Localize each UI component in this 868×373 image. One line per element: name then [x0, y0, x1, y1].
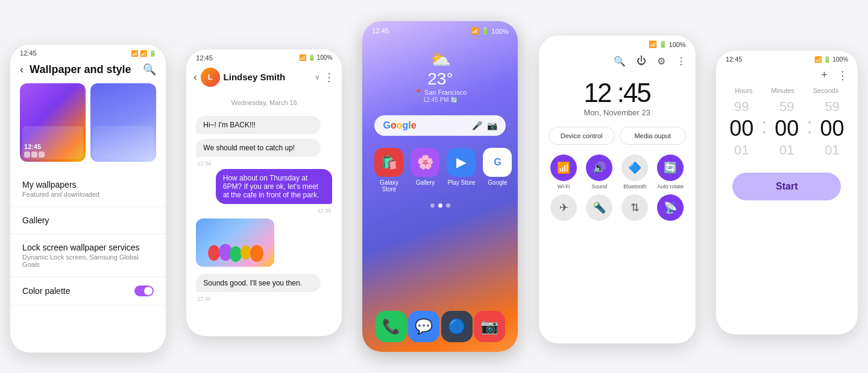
timer-header: + ⋮ — [716, 65, 858, 87]
rotate-label: Auto rotate — [657, 183, 684, 190]
minutes-col: 59 00 01 — [775, 99, 799, 158]
back-button-2[interactable]: ‹ — [193, 72, 197, 83]
signal-icon-1: 📶 — [140, 50, 147, 57]
message-header: ‹ L Lindsey Smith ∨ ⋮ — [186, 64, 342, 94]
phone-quick-settings: 📶 🔋 100% 🔍 ⏻ ⚙ ⋮ 12 :45 Mon, November 23… — [539, 36, 696, 343]
more-options-icon[interactable]: ⋮ — [324, 71, 335, 84]
google-search-bar[interactable]: Google 🎤 📷 — [374, 115, 506, 136]
back-button-1[interactable]: ‹ — [20, 63, 24, 76]
more-timer-icon[interactable]: ⋮ — [837, 69, 848, 82]
menu-item-my-wallpapers[interactable]: My wallpapers Featured and downloaded — [10, 171, 166, 207]
mini-icon-3 — [39, 151, 45, 158]
toggle-bluetooth[interactable]: 🔷 Bluetooth — [620, 155, 650, 190]
status-time-1: 12:45 — [20, 49, 37, 57]
mic-icon[interactable]: 🎤 — [472, 121, 482, 130]
msg-time-2: 12:34 — [186, 161, 342, 167]
qs-control-buttons: Device control Media ouput — [539, 120, 696, 150]
app-google[interactable]: G Google — [483, 148, 512, 193]
dock-phone[interactable]: 📞 — [376, 311, 407, 342]
app-label-galaxy-store: Galaxy Store — [374, 179, 403, 193]
color-palette-row: Color palette — [22, 285, 154, 296]
app-dock: 📞 💬 🔵 📷 — [362, 304, 518, 352]
wifi-label: Wi-Fi — [558, 183, 570, 190]
wallpaper-preview: 12:45 — [10, 83, 166, 171]
minutes-label: Minutes — [771, 87, 794, 94]
messages-app-icon: 💬 — [408, 311, 439, 342]
app-label-gallery: Gallery — [416, 179, 435, 186]
seconds-label: Seconds — [813, 87, 839, 94]
contact-avatar: L — [201, 68, 220, 87]
battery-icon-3: 🔋 — [481, 27, 489, 35]
status-bar-1: 12:45 📶 📶 🔋 — [10, 45, 166, 59]
dock-camera[interactable]: 📷 — [474, 311, 505, 342]
device-control-btn[interactable]: Device control — [549, 127, 615, 145]
dot-1 — [430, 203, 435, 208]
status-icons-4: 📶 🔋 100% — [649, 40, 686, 48]
add-timer-icon[interactable]: + — [821, 69, 828, 82]
color-palette-toggle[interactable] — [134, 285, 154, 296]
toggle-cast[interactable]: 📡 — [655, 194, 686, 223]
weather-widget: ⛅ 23° 📍 San Francisco 12:45 PM 🔄 — [362, 37, 518, 109]
seconds-bot: 01 — [825, 142, 839, 158]
flashlight-toggle-icon: 🔦 — [586, 194, 612, 221]
battery-icon-2: 🔋 — [308, 54, 315, 61]
contact-name: Lindsey Smith — [224, 72, 312, 82]
app-grid: 🛍️ Galaxy Store 🌸 Gallery ▶ Play Store G… — [362, 142, 518, 199]
more-qs-icon[interactable]: ⋮ — [676, 56, 686, 67]
wallpaper-thumb-left[interactable]: 12:45 — [20, 83, 86, 162]
google-icon: G — [483, 148, 512, 177]
google-logo: Google — [383, 120, 416, 131]
gallery-icon: 🌸 — [410, 148, 439, 177]
start-button[interactable]: Start — [732, 173, 841, 200]
menu-item-color-palette[interactable]: Color palette — [10, 277, 166, 305]
wifi-icon-5: 📶 — [814, 56, 822, 63]
menu-item-gallery[interactable]: Gallery — [10, 207, 166, 234]
wallpaper-thumb-right[interactable] — [90, 83, 156, 162]
toggle-data[interactable]: ⇅ — [620, 194, 650, 223]
mini-time-left: 12:45 — [24, 143, 81, 150]
status-icons-3: 📶 🔋 100% — [471, 27, 508, 35]
toggle-flashlight[interactable]: 🔦 — [584, 194, 615, 223]
wifi-icon-2: 📶 — [299, 54, 306, 61]
media-output-btn[interactable]: Media ouput — [620, 127, 686, 145]
toggle-rotate[interactable]: 🔄 Auto rotate — [655, 155, 686, 190]
msg-bubble-3: How about on Thursday at 6PM? If you are… — [216, 169, 333, 204]
airplane-toggle-icon: ✈ — [550, 194, 577, 221]
app-galaxy-store[interactable]: 🛍️ Galaxy Store — [374, 148, 403, 193]
home-time: 12:45 PM 🔄 — [423, 97, 458, 103]
msg-bubble-2: We should meet to catch up! — [196, 139, 320, 157]
search-button-1[interactable]: 🔍 — [143, 63, 156, 76]
phone-wallpaper-style: 12:45 📶 📶 🔋 ‹ Wallpaper and style 🔍 12:4… — [10, 45, 166, 352]
camera-search-icon[interactable]: 📷 — [487, 121, 497, 130]
sound-label: Sound — [591, 183, 607, 190]
menu-label-2: Gallery — [22, 215, 154, 225]
search-qs-icon[interactable]: 🔍 — [614, 56, 626, 67]
message-image — [196, 218, 274, 267]
toggle-sound[interactable]: 🔊 Sound — [584, 155, 615, 190]
settings-icon[interactable]: ⚙ — [657, 56, 665, 67]
menu-item-lock-screen[interactable]: Lock screen wallpaper services Dynamic L… — [10, 234, 166, 277]
app-label-play-store: Play Store — [447, 179, 475, 186]
app-play-store[interactable]: ▶ Play Store — [447, 148, 476, 193]
hours-col: 99 00 01 — [729, 99, 753, 158]
camera-app-icon: 📷 — [474, 311, 505, 342]
wallpaper-header: ‹ Wallpaper and style 🔍 — [10, 59, 166, 83]
status-bar-2: 12:45 📶 🔋 100% — [186, 49, 342, 64]
toggle-airplane[interactable]: ✈ — [549, 194, 579, 223]
battery-pct-4: 100% — [669, 41, 686, 48]
power-icon[interactable]: ⏻ — [637, 56, 646, 67]
dock-messages[interactable]: 💬 — [408, 311, 439, 342]
lock-clock: 12 :45 Mon, November 23 — [539, 72, 696, 120]
toggle-wifi[interactable]: 📶 Wi-Fi — [549, 155, 579, 190]
menu-list: My wallpapers Featured and downloaded Ga… — [10, 171, 166, 305]
app-gallery[interactable]: 🌸 Gallery — [410, 148, 439, 193]
sound-toggle-icon: 🔊 — [586, 155, 612, 181]
data-toggle-icon: ⇅ — [621, 194, 648, 221]
dock-samsung[interactable]: 🔵 — [441, 311, 473, 342]
minutes-top: 59 — [779, 99, 794, 115]
menu-label-4: Color palette — [22, 286, 70, 296]
status-time-5: 12:45 — [726, 56, 743, 63]
hours-top: 99 — [734, 99, 749, 115]
bluetooth-label: Bluetooth — [623, 183, 646, 190]
timer-scroll: 99 00 01 : 59 00 01 : 59 00 01 — [716, 94, 858, 163]
